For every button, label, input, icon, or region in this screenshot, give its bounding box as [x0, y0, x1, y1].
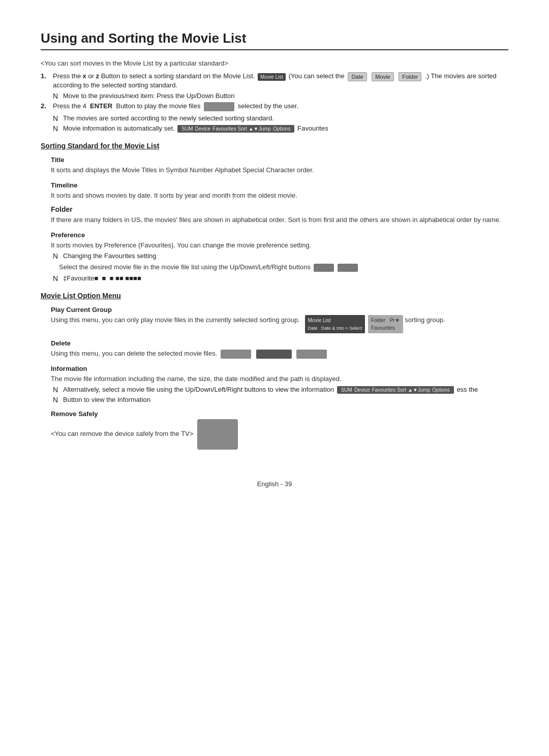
- sorting-section: Sorting Standard for the Movie List Titl…: [41, 142, 508, 282]
- page-title: Using and Sorting the Movie List: [41, 30, 508, 50]
- step-2-bullet-2-text: Movie information is automatically set. …: [63, 124, 328, 133]
- pref-bullet-2-text: ‡Favourite■ ■ ■ ■■ ■■■■: [63, 274, 141, 282]
- field-title-label: Title: [51, 156, 508, 164]
- field-folder-label: Folder: [51, 205, 508, 213]
- option-menu-section: Movie List Option Menu Play Current Grou…: [41, 292, 508, 450]
- intro-text: <You can sort movies in the Movie List b…: [41, 59, 508, 67]
- img-delete-1: [221, 350, 251, 359]
- remote-img: [197, 419, 238, 450]
- step-1-bullet: N Move to the previous/next item: Press …: [53, 92, 508, 100]
- overlay-date: Date: [348, 72, 367, 81]
- step-2-bullet-1: N The movies are sorted according to the…: [53, 114, 508, 122]
- img-select-1: [314, 264, 334, 272]
- step-2-text: Press the 4 ENTER Button to play the mov…: [53, 102, 298, 111]
- delete-label: Delete: [51, 339, 508, 347]
- information-desc: The movie file information including the…: [51, 374, 508, 384]
- img-select-2: [338, 264, 358, 272]
- info-bullet-2-text: Button to view the Information: [63, 396, 150, 403]
- step-2: 2. Press the 4 ENTER Button to play the …: [41, 102, 508, 111]
- step-2-bullet-2: N Movie information is automatically set…: [53, 124, 508, 133]
- overlay-folder: Folder: [399, 72, 421, 81]
- field-folder-desc: If there are many folders in US, the mov…: [51, 215, 508, 225]
- field-preference-label: Preference: [51, 231, 508, 239]
- bottom-bar-sum: SUM Device Favourites Sort ▲▼Jump Option…: [177, 125, 294, 133]
- option-menu-title: Movie List Option Menu: [41, 292, 508, 300]
- step-2-bullet-1-text: The movies are sorted according to the n…: [63, 114, 274, 122]
- field-preference-desc: It sorts movies by Preference (Favourite…: [51, 240, 508, 250]
- step-1: 1. Press the x or z Button to select a s…: [41, 72, 508, 89]
- play-group-label: Play Current Group: [51, 306, 508, 313]
- information-label: Information: [51, 365, 508, 372]
- remove-safely-desc: <You can remove the device safely from t…: [51, 419, 508, 450]
- step-1-text: Press the x or z Button to select a sort…: [53, 72, 508, 89]
- remove-safely-label: Remove Safely: [51, 410, 508, 418]
- bullet-icon-1: N: [53, 92, 60, 100]
- bullet-icon-7: N: [53, 396, 60, 404]
- bullet-icon-6: N: [53, 386, 60, 394]
- pref-bullet-2: N ‡Favourite■ ■ ■ ■■ ■■■■: [53, 274, 508, 282]
- bullet-icon-5: N: [53, 274, 60, 282]
- img-delete-2: [256, 350, 292, 359]
- pref-select-desc: Select the desired movie file in the mov…: [59, 262, 508, 272]
- play-group-desc: Using this menu, you can only play movie…: [51, 315, 508, 334]
- bullet-icon-2: N: [53, 114, 60, 122]
- step-1-num: 1.: [41, 72, 49, 80]
- sorting-title: Sorting Standard for the Movie List: [41, 142, 508, 150]
- info-bullet-1: N Alternatively, select a movie file usi…: [53, 386, 508, 394]
- delete-desc: Using this menu, you can delete the sele…: [51, 349, 508, 359]
- img-play: [204, 102, 234, 111]
- field-timeline-label: Timeline: [51, 181, 508, 189]
- step-1-bullet-text: Move to the previous/next item: Press th…: [63, 92, 234, 100]
- step-2-num: 2.: [41, 102, 49, 110]
- pref-bullet-1-text: Changing the Favourites setting: [63, 252, 157, 260]
- bullet-icon-3: N: [53, 124, 60, 133]
- bullet-icon-4: N: [53, 252, 60, 260]
- info-bullet-2: N Button to view the Information: [53, 396, 508, 404]
- bottom-bar-sum2: SUM Device Favourites Sort ▲▼Jump Option…: [337, 386, 454, 394]
- mockup-movie: Movie List: [258, 73, 286, 81]
- page-footer: English - 39: [41, 480, 508, 488]
- img-delete-3: [296, 350, 327, 359]
- info-bullet-1-text: Alternatively, select a movie file using…: [63, 386, 478, 394]
- field-timeline-desc: It sorts and shows movies by date. It so…: [51, 191, 508, 201]
- overlay-movie: Movie: [372, 72, 393, 81]
- field-title-desc: It sorts and displays the Movie Titles i…: [51, 165, 508, 175]
- pref-bullet-1: N Changing the Favourites setting: [53, 252, 508, 260]
- steps-section: 1. Press the x or z Button to select a s…: [41, 72, 508, 133]
